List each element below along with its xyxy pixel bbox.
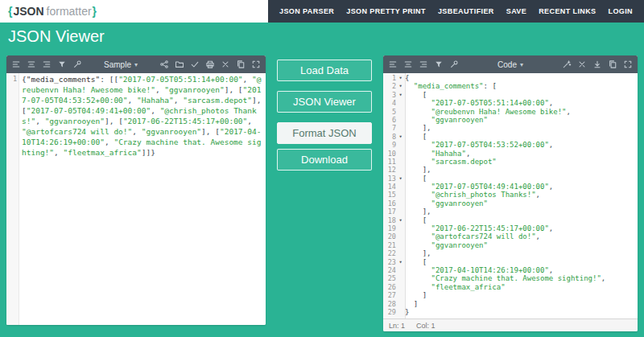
code-token: } xyxy=(405,308,409,316)
code-token: "ggvanrooyen" xyxy=(142,127,201,136)
sample-dropdown[interactable]: Sample ▾ xyxy=(104,60,138,69)
output-editor[interactable]: 1▾{2▾ "media_comments": [3▾ [4 "2017-07-… xyxy=(383,73,638,319)
align-left-icon[interactable] xyxy=(11,60,21,69)
check-icon[interactable] xyxy=(190,60,200,69)
line-number: 25 xyxy=(383,274,396,282)
nav-item-json-parser[interactable]: JSON PARSER xyxy=(279,7,334,15)
fold-spacer xyxy=(396,108,405,116)
wrench-icon[interactable] xyxy=(449,60,459,69)
fold-spacer xyxy=(396,300,405,308)
code-token: ]]} xyxy=(142,148,155,157)
code-token: { xyxy=(405,74,409,82)
line-number: 18 xyxy=(383,216,396,224)
code-token: ], [ xyxy=(201,127,220,136)
download-button[interactable]: Download xyxy=(277,149,372,171)
line-number: 21 xyxy=(383,241,396,249)
topbar-nav: JSON PARSERJSON PRETTY PRINTJSBEAUTIFIER… xyxy=(268,0,644,23)
code-line: 17 ], xyxy=(383,208,638,216)
input-editor[interactable]: 1 {"media_comments": [["2017-07-05T05:51… xyxy=(6,73,266,325)
code-token: "ggvanrooyen" xyxy=(431,116,488,124)
line-number: 20 xyxy=(383,232,396,240)
code-token: "fleetmax_africa" xyxy=(64,148,142,157)
code-line: 26 "fleetmax_africa" xyxy=(383,283,638,291)
load-data-button[interactable]: Load Data xyxy=(277,60,372,81)
site-logo[interactable]: { JSON formatter } xyxy=(0,0,268,23)
fold-toggle-icon[interactable]: ▾ xyxy=(396,216,405,224)
fold-toggle-icon[interactable]: ▾ xyxy=(396,258,405,266)
code-token: "Hahaha" xyxy=(431,150,466,158)
fold-spacer xyxy=(396,224,405,232)
fold-toggle-icon[interactable]: ▾ xyxy=(396,82,405,90)
code-line: 28 ] xyxy=(383,300,638,308)
code-token: "2017-04-10T14:26:19+00:00" xyxy=(431,266,549,274)
expand-icon[interactable] xyxy=(623,60,633,69)
code-token: ] xyxy=(405,291,427,299)
align-center-icon[interactable] xyxy=(403,60,413,69)
wrench-icon[interactable] xyxy=(72,60,82,69)
nav-item-save[interactable]: SAVE xyxy=(506,7,526,15)
copy-icon[interactable] xyxy=(608,60,617,69)
code-token: , xyxy=(174,96,183,105)
code-token xyxy=(405,241,431,249)
code-token xyxy=(405,116,431,124)
fold-toggle-icon[interactable]: ▾ xyxy=(396,91,405,99)
code-token: "ggvanrooyen" xyxy=(431,241,488,249)
code-token: "ggvanrooyen" xyxy=(45,117,105,125)
code-text: ], xyxy=(405,166,638,174)
code-mode-dropdown[interactable]: Code ▾ xyxy=(497,60,523,69)
code-text: "ggvanrooyen" xyxy=(405,116,638,124)
align-left-icon[interactable] xyxy=(388,60,398,69)
code-token: , xyxy=(247,117,256,125)
code-line: 4 "2017-07-05T05:51:14+00:00", xyxy=(383,99,638,107)
align-right-icon[interactable] xyxy=(42,60,52,69)
line-number: 5 xyxy=(383,108,396,116)
folder-open-icon[interactable] xyxy=(175,60,184,69)
download-icon[interactable] xyxy=(592,60,602,69)
line-number: 16 xyxy=(383,199,396,208)
copy-icon[interactable] xyxy=(236,60,246,69)
code-line: 5 "@reubenvn Haha! Awesome bike!", xyxy=(383,108,638,116)
close-icon[interactable] xyxy=(221,60,230,69)
code-text: "@artofcars724 will do!", xyxy=(405,232,638,240)
code-token: "2017-07-05T05:51:14+00:00" xyxy=(118,75,242,84)
line-number: 26 xyxy=(383,283,396,291)
json-viewer-button[interactable]: JSON Viewer xyxy=(277,91,372,113)
filter-icon[interactable] xyxy=(434,60,444,69)
fold-spacer xyxy=(396,183,405,191)
close-icon[interactable] xyxy=(577,60,587,69)
code-token: , xyxy=(549,266,553,274)
code-line: 13▾ [ xyxy=(383,175,638,183)
align-right-icon[interactable] xyxy=(419,60,428,69)
fold-toggle-icon[interactable]: ▾ xyxy=(396,133,405,141)
line-number: 19 xyxy=(383,224,396,232)
align-center-icon[interactable] xyxy=(27,60,36,69)
share-icon[interactable] xyxy=(159,60,169,69)
code-token xyxy=(405,141,431,149)
code-token: ], [ xyxy=(105,117,123,125)
fold-spacer xyxy=(396,291,405,299)
code-token: , xyxy=(601,274,605,282)
line-number: 27 xyxy=(383,291,396,299)
code-token xyxy=(405,82,414,90)
fold-toggle-icon[interactable]: ▾ xyxy=(396,74,405,82)
code-text: "2017-04-10T14:26:19+00:00", xyxy=(405,266,638,274)
expand-icon[interactable] xyxy=(251,60,261,69)
code-token: "2017-06-22T15:45:17+00:00" xyxy=(431,224,549,232)
fold-toggle-icon[interactable]: ▾ xyxy=(396,175,405,183)
nav-item-recent-links[interactable]: RECENT LINKS xyxy=(539,7,596,15)
print-icon[interactable] xyxy=(205,60,215,69)
nav-item-jsbeautifier[interactable]: JSBEAUTIFIER xyxy=(438,7,494,15)
line-number: 1 xyxy=(383,74,396,82)
format-json-button[interactable]: Format JSON xyxy=(277,122,372,144)
caret-down-icon: ▾ xyxy=(520,61,523,68)
filter-icon[interactable] xyxy=(57,60,67,69)
code-text: ], xyxy=(405,124,638,132)
wand-icon[interactable] xyxy=(562,60,572,69)
code-token: "2017-07-05T04:53:52+00:00" xyxy=(431,141,549,149)
output-statusbar: Ln: 1 Col: 1 xyxy=(383,319,638,331)
fold-spacer xyxy=(396,166,405,174)
code-text: [ xyxy=(405,133,638,141)
nav-item-login[interactable]: LOGIN xyxy=(609,7,634,15)
fold-spacer xyxy=(396,158,405,166)
nav-item-json-pretty-print[interactable]: JSON PRETTY PRINT xyxy=(346,7,426,15)
